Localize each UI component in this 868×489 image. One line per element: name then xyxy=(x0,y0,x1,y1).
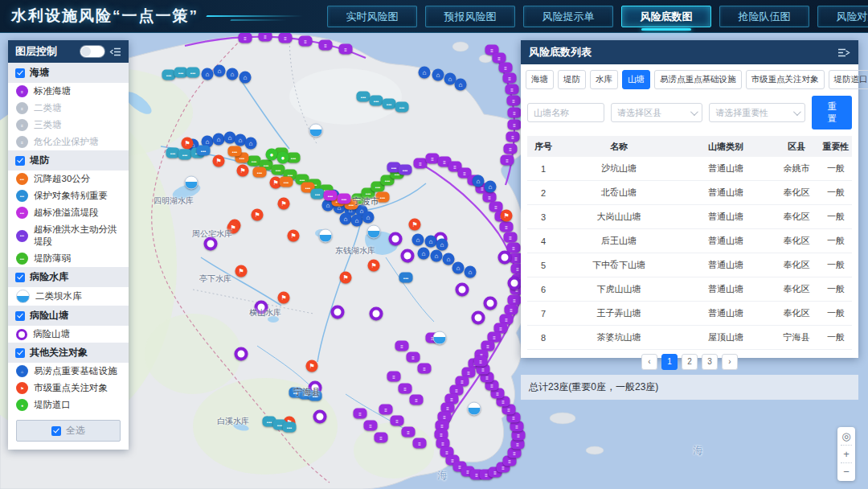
map-marker-fl[interactable]: ⌂ xyxy=(425,236,437,248)
map-marker-fl[interactable]: ⌂ xyxy=(227,68,239,80)
map-marker-cf[interactable]: ⚑ xyxy=(340,272,352,284)
checkbox-checked-icon[interactable] xyxy=(15,311,25,321)
category-tab[interactable]: 堤防 xyxy=(558,70,586,89)
map-marker-sw[interactable]: ≡ xyxy=(501,155,514,166)
map-marker-sw[interactable]: ≡ xyxy=(474,356,488,367)
layer-item[interactable]: ⚑ 市级重点关注对象 xyxy=(8,380,129,397)
map-marker-gate[interactable]: ● xyxy=(277,152,289,164)
map-marker-res[interactable] xyxy=(185,176,199,190)
layer-toggle-switch[interactable] xyxy=(80,46,104,57)
map-marker-sw[interactable]: ≡ xyxy=(387,372,401,382)
map-marker-lvt[interactable]: ••• xyxy=(311,189,325,199)
map-marker-sw[interactable]: ≡ xyxy=(375,433,388,443)
map-marker-sw[interactable]: ≡ xyxy=(354,409,367,419)
map-marker-fl[interactable]: ⌂ xyxy=(418,248,430,260)
layer-section-header[interactable]: 堤防 xyxy=(8,150,129,171)
map-marker-cf[interactable]: ⚑ xyxy=(252,209,264,221)
table-row[interactable]: 7 王子弄山塘 普通山塘 奉化区 一般 xyxy=(527,302,852,326)
importance-select[interactable]: 请选择重要性 xyxy=(709,103,805,122)
layer-item[interactable]: ≡ 二类塘 xyxy=(8,100,129,117)
layer-section-header[interactable]: 病险山塘 xyxy=(8,306,129,326)
map-marker-lvt[interactable]: ••• xyxy=(383,99,396,109)
map-marker-res[interactable] xyxy=(433,331,447,345)
map-marker-fl[interactable]: ⌂ xyxy=(419,67,431,79)
map-marker-sw[interactable]: ≡ xyxy=(413,438,427,449)
table-row[interactable]: 1 沙坑山塘 普通山塘 余姚市 一般 xyxy=(527,157,852,181)
map-marker-fl[interactable]: ⌂ xyxy=(214,65,226,77)
map-marker-lvb[interactable]: ••• xyxy=(197,146,211,156)
map-marker-cf[interactable]: ⚑ xyxy=(278,292,290,304)
map-marker-lvm[interactable]: ••• xyxy=(338,194,351,204)
page-number-button[interactable]: 2 xyxy=(682,354,698,370)
map-marker-fl[interactable]: ⌂ xyxy=(202,68,214,80)
table-row[interactable]: 8 茶婆坑山塘 屋顶山塘 宁海县 一般 xyxy=(527,326,852,350)
map-marker-cf[interactable]: ⚑ xyxy=(227,222,240,234)
map-marker-ring[interactable] xyxy=(331,306,345,319)
map-marker-sw[interactable]: ≡ xyxy=(391,416,404,426)
map-marker-cf[interactable]: ⚑ xyxy=(501,210,513,222)
layer-section-header[interactable]: 其他关注对象 xyxy=(8,343,129,363)
collapse-panel-icon[interactable] xyxy=(109,47,121,57)
map-marker-sw[interactable]: ≡ xyxy=(506,132,520,142)
pond-name-input[interactable] xyxy=(527,103,604,122)
map-marker-cf[interactable]: ⚑ xyxy=(278,198,290,210)
map-marker-lvo[interactable]: ••• xyxy=(228,146,242,157)
checkbox-checked-icon[interactable] xyxy=(15,156,25,166)
map-marker-ring[interactable] xyxy=(484,297,497,310)
category-tab[interactable]: 山塘 xyxy=(622,70,650,89)
layer-item[interactable]: ••• 保护对象特别重要 xyxy=(8,187,129,204)
map-marker-fl[interactable]: ⌂ xyxy=(351,215,363,227)
category-tab[interactable]: 堤防道口 xyxy=(829,70,868,89)
map-marker-lvb[interactable]: ••• xyxy=(399,273,413,283)
map-marker-lvm[interactable]: ••• xyxy=(324,191,338,201)
layer-item[interactable]: 二类坝水库 xyxy=(8,287,129,306)
map-marker-cf[interactable]: ⚑ xyxy=(288,230,300,242)
map-marker-res[interactable] xyxy=(309,124,323,138)
map-marker-cf[interactable]: ⚑ xyxy=(213,155,225,167)
map-marker-fl[interactable]: ⌂ xyxy=(213,134,225,146)
map-marker-sw[interactable]: ≡ xyxy=(504,232,518,243)
layer-item[interactable]: ••• 沉降超30公分 xyxy=(8,171,129,187)
map-marker-cf[interactable]: ⚑ xyxy=(306,360,318,372)
map-marker-res[interactable] xyxy=(319,229,333,243)
map-marker-sw[interactable]: ≡ xyxy=(500,222,514,232)
map-marker-lvo[interactable]: ••• xyxy=(280,177,293,187)
map-marker-sw[interactable]: ≡ xyxy=(503,73,517,84)
map-marker-cf[interactable]: ⚑ xyxy=(409,219,421,231)
map-marker-fl[interactable]: ⌂ xyxy=(455,79,467,91)
reset-button[interactable]: 重置 xyxy=(812,96,852,129)
map-marker-sw[interactable]: ≡ xyxy=(499,63,513,73)
map-marker-sw[interactable]: ≡ xyxy=(319,40,333,51)
map-marker-fl[interactable]: ⌂ xyxy=(485,181,497,193)
table-row[interactable]: 6 下虎山山塘 普通山塘 奉化区 一般 xyxy=(527,277,852,302)
map-marker-fl[interactable]: ⌂ xyxy=(362,212,375,224)
nav-button[interactable]: 风险提示单 xyxy=(523,6,613,27)
layer-item[interactable]: ••• 超标准溢流堤段 xyxy=(8,204,129,221)
page-number-button[interactable]: 3 xyxy=(702,354,718,370)
layer-item[interactable]: 病险山塘 xyxy=(8,326,129,343)
map-marker-lvt[interactable]: ••• xyxy=(395,102,409,113)
category-tab[interactable]: 市级重点关注对象 xyxy=(746,70,825,89)
map-marker-ring[interactable] xyxy=(456,283,469,297)
layer-section-header[interactable]: 病险水库 xyxy=(8,267,129,287)
map-marker-sw[interactable]: ≡ xyxy=(402,427,416,438)
map-marker-lvt[interactable]: ••• xyxy=(283,422,297,433)
checkbox-checked-icon[interactable] xyxy=(15,68,25,78)
map-marker-fl[interactable]: ⌂ xyxy=(412,234,424,246)
layer-section-header[interactable]: 海塘 xyxy=(8,63,129,83)
category-tab[interactable]: 易涝点重点基础设施 xyxy=(654,70,742,89)
map-marker-ring[interactable] xyxy=(370,307,383,321)
map-marker-ring[interactable] xyxy=(204,237,218,251)
map-marker-sw[interactable]: ≡ xyxy=(239,33,252,43)
map-marker-sw[interactable]: ≡ xyxy=(507,96,521,106)
table-row[interactable]: 5 下中岙下山塘 普通山塘 奉化区 一般 xyxy=(527,253,852,277)
map-marker-fl[interactable]: ⌂ xyxy=(473,175,485,187)
map-marker-sw[interactable]: ≡ xyxy=(299,36,313,47)
map-marker-lvo[interactable]: ••• xyxy=(376,192,390,203)
map-marker-lvt[interactable]: ••• xyxy=(178,150,192,160)
map-marker-lvp[interactable]: ••• xyxy=(399,165,412,175)
map-marker-sw[interactable]: ≡ xyxy=(399,384,412,394)
map-marker-sw[interactable]: ≡ xyxy=(506,84,519,95)
layer-item[interactable]: ≡ 标准海塘 xyxy=(8,83,129,100)
checkbox-checked-icon[interactable] xyxy=(15,348,25,358)
